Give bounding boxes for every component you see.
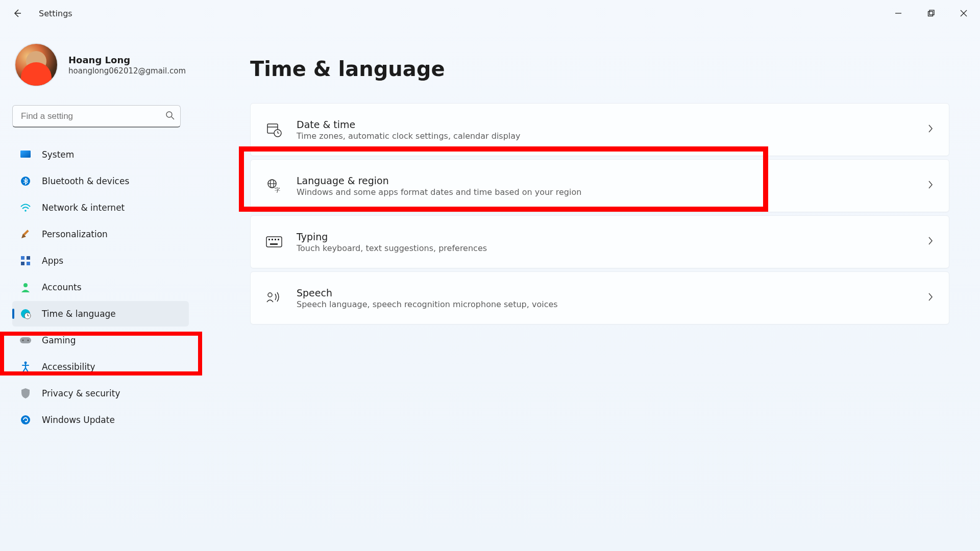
card-date-time[interactable]: Date & time Time zones, automatic clock … xyxy=(250,103,949,156)
apps-icon xyxy=(19,255,32,267)
profile-text: Hoang Long hoanglong062012@gmail.com xyxy=(68,55,186,76)
gaming-icon xyxy=(19,334,32,346)
svg-rect-38 xyxy=(275,239,276,240)
accessibility-icon xyxy=(19,361,32,373)
avatar xyxy=(14,43,58,87)
svg-point-25 xyxy=(21,415,30,424)
svg-point-22 xyxy=(22,340,24,341)
content-area: Hoang Long hoanglong062012@gmail.com Sys… xyxy=(0,27,980,551)
wifi-icon xyxy=(19,202,32,214)
card-title: Speech xyxy=(297,287,927,298)
svg-rect-15 xyxy=(27,262,30,265)
card-speech[interactable]: Speech Speech language, speech recogniti… xyxy=(250,271,949,324)
card-title: Typing xyxy=(297,231,927,242)
svg-rect-35 xyxy=(266,237,282,247)
svg-rect-39 xyxy=(278,239,279,240)
card-subtitle: Time zones, automatic clock settings, ca… xyxy=(297,131,927,141)
svg-rect-36 xyxy=(268,239,270,240)
svg-rect-37 xyxy=(272,239,273,240)
card-subtitle: Speech language, speech recognition micr… xyxy=(297,299,927,309)
minimize-icon xyxy=(895,10,902,17)
time-language-icon xyxy=(19,308,32,320)
sidebar: Hoang Long hoanglong062012@gmail.com Sys… xyxy=(0,27,189,551)
back-button[interactable] xyxy=(5,1,30,26)
back-arrow-icon xyxy=(12,8,22,18)
search-input[interactable] xyxy=(12,105,181,128)
accounts-icon xyxy=(19,281,32,293)
chevron-right-icon xyxy=(927,292,934,304)
profile-name: Hoang Long xyxy=(68,55,186,65)
maximize-button[interactable] xyxy=(915,2,947,24)
svg-point-23 xyxy=(28,340,29,341)
svg-rect-2 xyxy=(929,10,934,15)
card-text: Language & region Windows and some apps … xyxy=(297,175,927,197)
sidebar-item-label: Privacy & security xyxy=(42,388,120,398)
sidebar-item-label: Windows Update xyxy=(42,415,115,425)
sidebar-item-time-language[interactable]: Time & language xyxy=(12,301,189,327)
settings-cards: Date & time Time zones, automatic clock … xyxy=(250,103,949,324)
svg-point-24 xyxy=(24,362,27,364)
svg-point-10 xyxy=(24,210,27,212)
card-subtitle: Windows and some apps format dates and t… xyxy=(297,187,927,197)
sidebar-item-system[interactable]: System xyxy=(12,142,189,167)
personalization-icon xyxy=(19,228,32,240)
card-text: Typing Touch keyboard, text suggestions,… xyxy=(297,231,927,253)
sidebar-item-label: Accounts xyxy=(42,282,82,292)
sidebar-nav: System Bluetooth & devices Network & int… xyxy=(12,142,189,433)
sidebar-item-label: Gaming xyxy=(42,335,76,345)
search-wrap xyxy=(12,105,181,128)
sidebar-item-personalization[interactable]: Personalization xyxy=(12,221,189,247)
svg-point-41 xyxy=(268,293,272,297)
typing-icon xyxy=(266,234,282,250)
minimize-button[interactable] xyxy=(882,2,915,24)
page-title: Time & language xyxy=(250,57,949,81)
svg-rect-8 xyxy=(20,151,31,158)
titlebar: Settings xyxy=(0,0,980,27)
close-icon xyxy=(960,10,967,17)
sidebar-item-label: Apps xyxy=(42,256,63,266)
search-icon xyxy=(165,111,175,122)
sidebar-item-label: Personalization xyxy=(42,229,108,239)
close-button[interactable] xyxy=(947,2,980,24)
sidebar-item-label: Bluetooth & devices xyxy=(42,176,129,186)
app-title: Settings xyxy=(39,9,72,18)
sidebar-item-label: Network & internet xyxy=(42,203,125,213)
sidebar-item-privacy[interactable]: Privacy & security xyxy=(12,381,189,406)
sidebar-item-windows-update[interactable]: Windows Update xyxy=(12,407,189,433)
svg-rect-21 xyxy=(20,337,31,343)
sidebar-item-bluetooth[interactable]: Bluetooth & devices xyxy=(12,168,189,194)
privacy-icon xyxy=(19,387,32,399)
card-subtitle: Touch keyboard, text suggestions, prefer… xyxy=(297,243,927,253)
profile-block[interactable]: Hoang Long hoanglong062012@gmail.com xyxy=(12,43,189,87)
svg-rect-40 xyxy=(270,243,278,245)
sidebar-item-accessibility[interactable]: Accessibility xyxy=(12,354,189,380)
sidebar-item-label: Accessibility xyxy=(42,362,95,372)
card-text: Date & time Time zones, automatic clock … xyxy=(297,119,927,141)
svg-rect-1 xyxy=(928,12,933,16)
sidebar-item-network[interactable]: Network & internet xyxy=(12,195,189,220)
system-icon xyxy=(19,148,32,161)
sidebar-item-accounts[interactable]: Accounts xyxy=(12,274,189,300)
card-title: Date & time xyxy=(297,119,927,130)
card-title: Language & region xyxy=(297,175,927,186)
language-region-icon: 字 xyxy=(266,178,282,194)
profile-email: hoanglong062012@gmail.com xyxy=(68,66,186,76)
svg-rect-14 xyxy=(21,262,24,265)
update-icon xyxy=(19,414,32,426)
card-typing[interactable]: Typing Touch keyboard, text suggestions,… xyxy=(250,215,949,268)
sidebar-item-apps[interactable]: Apps xyxy=(12,248,189,273)
sidebar-item-gaming[interactable]: Gaming xyxy=(12,328,189,353)
svg-rect-13 xyxy=(27,256,30,260)
maximize-icon xyxy=(927,10,935,17)
main-panel: Time & language Date & time Time zones, … xyxy=(189,27,980,551)
svg-point-5 xyxy=(166,112,172,117)
chevron-right-icon xyxy=(927,180,934,192)
svg-text:字: 字 xyxy=(275,187,280,193)
card-language-region[interactable]: 字 Language & region Windows and some app… xyxy=(250,159,949,212)
bluetooth-icon xyxy=(19,175,32,187)
window-controls xyxy=(882,2,980,24)
sidebar-item-label: Time & language xyxy=(42,309,116,319)
date-time-icon xyxy=(266,121,282,138)
card-text: Speech Speech language, speech recogniti… xyxy=(297,287,927,309)
sidebar-item-label: System xyxy=(42,149,74,160)
